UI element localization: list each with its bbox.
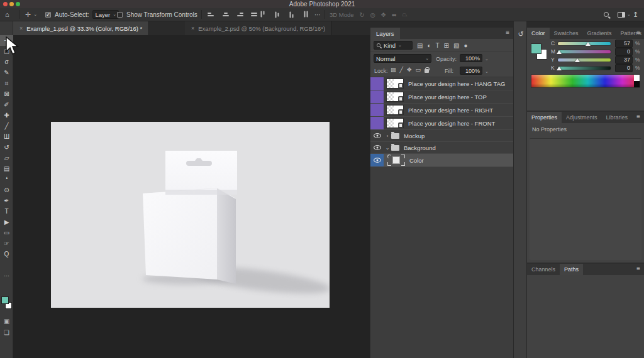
layer-row-hang-tag[interactable]: Place your design here - HANG TAG — [370, 77, 513, 90]
slider-thumb[interactable] — [557, 50, 562, 54]
brush-tool[interactable]: ╱ — [0, 121, 13, 131]
layer-name[interactable]: Mockup — [404, 133, 425, 139]
gradient-tool[interactable]: ▤ — [0, 163, 13, 174]
tab-paths[interactable]: Paths — [560, 264, 583, 275]
layer-name[interactable]: Place your design here - TOP — [408, 94, 487, 100]
document-canvas-image[interactable] — [51, 122, 330, 308]
layer-thumbnail[interactable] — [386, 105, 404, 115]
tab-properties[interactable]: Properties — [527, 112, 562, 123]
properties-panel-menu-icon[interactable]: ≡ — [636, 114, 640, 120]
edit-toolbar-icon[interactable]: ⋯ — [0, 273, 13, 279]
visibility-eye-icon[interactable] — [370, 154, 384, 166]
layers-panel-menu-icon[interactable]: ≡ — [506, 30, 509, 36]
more-align-options-icon[interactable]: ⋯ — [314, 11, 321, 18]
yellow-value-field[interactable]: 37 — [615, 56, 633, 64]
distribute-right-icon[interactable] — [290, 11, 294, 18]
document-tab-1[interactable]: × Example_1.psd @ 33.3% (Color, RGB/16) … — [13, 21, 149, 35]
blend-mode-dropdown[interactable]: Normal⌄ — [374, 54, 431, 63]
lock-artboard-icon[interactable]: ▭ — [415, 67, 421, 73]
document-tab-2[interactable]: × Example_2.psd @ 50% (Background, RGB/1… — [185, 21, 332, 35]
search-icon[interactable] — [604, 12, 609, 17]
visibility-eye-icon[interactable] — [370, 133, 384, 138]
foreground-color-swatch[interactable] — [531, 43, 541, 54]
slider-thumb[interactable] — [586, 42, 591, 46]
spectrum-black-swatch[interactable] — [634, 81, 640, 87]
color-panel-menu-icon[interactable]: ≡ — [636, 30, 640, 36]
layer-row-color[interactable]: Color — [370, 154, 513, 167]
pen-tool[interactable]: ✒ — [0, 195, 13, 206]
lasso-tool[interactable]: σ — [0, 57, 13, 67]
tab-gradients[interactable]: Gradients — [583, 28, 616, 39]
layer-name[interactable]: Place your design here - HANG TAG — [408, 80, 505, 87]
lock-image-pixels-icon[interactable]: ╱ — [400, 67, 403, 73]
layer-thumbnail[interactable] — [386, 79, 404, 89]
tab-swatches[interactable]: Swatches — [550, 28, 583, 39]
visibility-eye-icon[interactable] — [370, 145, 384, 150]
screen-mode-icon[interactable]: ❏ — [0, 329, 13, 336]
layer-color-label[interactable] — [370, 104, 384, 116]
workspace-switcher-icon[interactable] — [618, 12, 625, 18]
color-spectrum-ramp[interactable] — [531, 74, 640, 88]
filter-shape-layers-icon[interactable]: ⊞ — [444, 42, 449, 49]
frame-tool[interactable]: ⊠ — [0, 89, 13, 99]
workspace-chevron-icon[interactable]: ⌄ — [627, 12, 631, 17]
color-swatch-control[interactable] — [1, 296, 13, 313]
layer-name[interactable]: Background — [404, 144, 436, 151]
group-collapse-icon[interactable]: › — [384, 133, 391, 139]
cyan-slider[interactable] — [557, 41, 611, 46]
fill-value[interactable]: 100% — [460, 67, 482, 75]
tool-preset-chevron-icon[interactable]: ⌄ — [33, 12, 37, 17]
dodge-tool[interactable]: ⊙ — [0, 185, 13, 195]
filter-adjustment-layers-icon[interactable]: ◐ — [427, 42, 431, 49]
layer-color-label[interactable] — [370, 117, 384, 129]
foreground-color-swatch[interactable] — [1, 296, 9, 304]
show-transform-controls-checkbox[interactable] — [117, 12, 123, 18]
lock-all-icon[interactable] — [425, 69, 429, 73]
opacity-value[interactable]: 100% — [460, 54, 482, 62]
auto-select-target-dropdown[interactable]: Layer⌄ — [92, 10, 119, 19]
tab-color[interactable]: Color — [527, 28, 550, 39]
slider-thumb[interactable] — [557, 67, 562, 70]
layer-color-label[interactable] — [370, 77, 384, 90]
close-tab-icon[interactable]: × — [191, 25, 194, 31]
paths-panel-menu-icon[interactable]: ≡ — [636, 266, 640, 272]
align-left-edges-icon[interactable] — [208, 13, 214, 16]
black-value-field[interactable]: 0 — [615, 64, 633, 72]
zoom-tool[interactable]: Q — [0, 249, 13, 259]
filter-pixel-layers-icon[interactable]: ▤ — [417, 42, 423, 49]
quick-mask-mode-icon[interactable]: ▣ — [0, 318, 13, 325]
home-icon[interactable]: ⌂ — [5, 11, 9, 18]
align-top-edges-icon[interactable] — [251, 13, 258, 16]
black-slider[interactable] — [557, 66, 611, 70]
layer-row-mockup[interactable]: › Mockup — [370, 130, 513, 142]
tab-libraries[interactable]: Libraries — [602, 112, 633, 123]
fill-layer-thumbnail[interactable] — [387, 155, 405, 166]
layer-thumbnail[interactable] — [386, 118, 404, 128]
close-tab-icon[interactable]: × — [19, 25, 23, 31]
history-panel-icon[interactable]: ↺ — [514, 30, 528, 38]
layer-color-label[interactable] — [370, 90, 384, 103]
tab-channels[interactable]: Channels — [527, 264, 560, 275]
blur-tool[interactable]: ❛ — [0, 174, 13, 185]
layer-filter-kind-dropdown[interactable]: Kind⌄ — [374, 41, 413, 50]
lock-transparent-pixels-icon[interactable]: ▨ — [391, 67, 396, 73]
layer-row-front[interactable]: Place your design here - FRONT — [370, 117, 513, 130]
layer-row-background[interactable]: ⌄ Background — [370, 142, 513, 154]
eyedropper-tool[interactable]: ✐ — [0, 99, 13, 110]
hand-tool[interactable]: ☞ — [0, 238, 13, 249]
magenta-slider[interactable] — [557, 50, 611, 54]
opacity-chevron-icon[interactable]: ⌄ — [485, 57, 489, 62]
layer-name[interactable]: Place your design here - FRONT — [408, 120, 495, 127]
filter-toggle-icon[interactable]: ● — [464, 42, 467, 49]
fill-chevron-icon[interactable]: ⌄ — [485, 69, 489, 74]
filter-smart-objects-icon[interactable]: ▧ — [453, 42, 459, 49]
layer-thumbnail[interactable] — [386, 92, 404, 102]
share-icon[interactable]: ↥ — [633, 11, 638, 19]
distribute-left-icon[interactable] — [261, 11, 265, 18]
layer-row-right[interactable]: Place your design here - RIGHT — [370, 104, 513, 117]
healing-brush-tool[interactable]: ✚ — [0, 110, 13, 121]
magenta-value-field[interactable]: 0 — [615, 48, 633, 56]
tab-adjustments[interactable]: Adjustments — [562, 112, 602, 123]
layer-name[interactable]: Place your design here - RIGHT — [408, 107, 493, 114]
slider-thumb[interactable] — [575, 58, 580, 62]
